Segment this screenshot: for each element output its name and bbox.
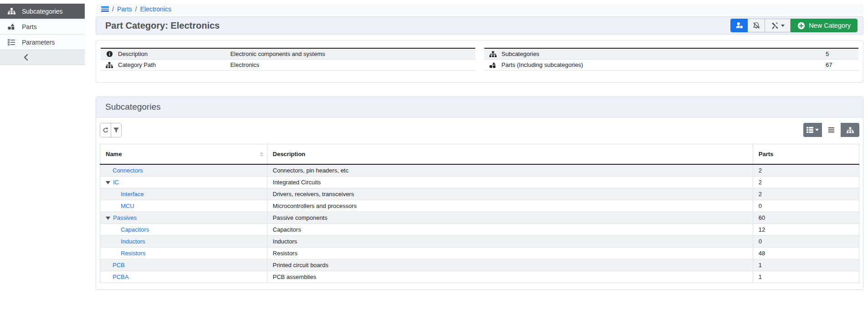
category-description: Resistors	[267, 248, 753, 259]
page-title: Part Category: Electronics	[105, 20, 220, 31]
breadcrumb-link-parts[interactable]: Parts	[117, 5, 132, 13]
chevron-down-icon	[815, 129, 819, 131]
category-link[interactable]: MCU	[121, 203, 134, 209]
info-row-parts-count: Parts (Including subcategories) 67	[484, 60, 859, 71]
sitemap-icon	[484, 51, 502, 57]
column-header-label: Parts	[759, 151, 774, 157]
column-header-label: Description	[273, 151, 306, 157]
table-view-button[interactable]	[803, 123, 822, 137]
sidebar-item-label: Parts	[22, 23, 37, 30]
list-icon	[828, 127, 835, 133]
info-label: Description	[118, 51, 230, 57]
tools-dropdown-button[interactable]	[765, 19, 791, 32]
chevron-down-icon	[781, 25, 785, 27]
category-link[interactable]: PCBA	[113, 273, 128, 280]
parts-count: 1	[753, 259, 859, 271]
category-link[interactable]: Interface	[121, 191, 144, 198]
sidebar-collapse-button[interactable]	[0, 50, 85, 65]
collapse-expander-icon[interactable]	[106, 181, 110, 184]
user-permissions-button[interactable]	[730, 19, 748, 32]
category-link[interactable]: Inductors	[121, 238, 145, 245]
info-row-description: Description Electronic components and sy…	[101, 49, 475, 60]
hamburger-icon[interactable]	[101, 6, 109, 12]
plus-circle-icon	[797, 22, 805, 30]
parts-count: 2	[753, 188, 859, 200]
column-header-description[interactable]: Description	[267, 144, 753, 165]
column-header-parts[interactable]: Parts	[753, 144, 859, 165]
sitemap-icon	[7, 8, 16, 15]
info-row-category-path: Category Path Electronics	[101, 60, 475, 71]
sitemap-icon	[101, 62, 118, 68]
table-row: Passives Passive components 60	[100, 212, 859, 224]
toolbar-left-group	[100, 123, 122, 137]
category-description: Capacitors	[267, 224, 753, 236]
panel-title: Subcategories	[105, 102, 160, 111]
subcategories-panel-body: Name Description Parts	[96, 117, 863, 289]
parts-count: 0	[753, 236, 859, 248]
shapes-icon	[484, 62, 502, 68]
tree-view-button[interactable]	[841, 123, 859, 137]
breadcrumb-link-electronics[interactable]: Electronics	[140, 5, 171, 13]
filter-icon	[113, 127, 119, 133]
info-label: Subcategories	[502, 51, 826, 57]
sidebar-item-label: Parameters	[22, 39, 55, 46]
table-row: Interface Drivers, receivers, transceive…	[100, 188, 859, 200]
category-link[interactable]: PCB	[113, 262, 125, 268]
category-link[interactable]: Resistors	[121, 250, 145, 257]
category-description: Printed circuit boards	[267, 259, 753, 271]
category-link[interactable]: IC	[113, 179, 119, 186]
table-header-row: Name Description Parts	[100, 144, 859, 165]
sidebar-item-subcategories[interactable]: Subcategories	[0, 4, 85, 19]
category-link[interactable]: Connectors	[113, 167, 143, 174]
category-link[interactable]: Capacitors	[121, 226, 149, 233]
sidebar: Subcategories Parts Parameters	[0, 0, 85, 290]
table-row: Capacitors Capacitors 12	[100, 224, 859, 236]
sidebar-item-label: Subcategories	[22, 8, 63, 15]
sort-icon[interactable]	[260, 152, 263, 157]
table-row: IC Integrated Circuits 2	[100, 177, 859, 188]
category-description: Microcontrollers and processors	[267, 200, 753, 212]
table-row: MCU Microcontrollers and processors 0	[100, 200, 859, 212]
table-row: Connectors Connectors, pin headers, etc …	[100, 164, 859, 177]
info-value: Electronics	[230, 61, 475, 68]
category-description: Inductors	[267, 236, 753, 248]
user-shield-icon	[735, 22, 743, 29]
list-view-button[interactable]	[822, 123, 841, 137]
collapse-expander-icon[interactable]	[106, 217, 110, 220]
sidebar-item-parts[interactable]: Parts	[0, 19, 85, 35]
bell-slash-icon	[753, 22, 760, 29]
new-category-label: New Category	[809, 22, 851, 29]
info-label: Parts (Including subcategories)	[502, 61, 826, 68]
column-header-name[interactable]: Name	[100, 144, 267, 165]
list-tasks-icon	[7, 39, 16, 46]
new-category-button[interactable]: New Category	[791, 19, 858, 32]
parts-count: 0	[753, 200, 859, 212]
column-header-label: Name	[106, 151, 122, 157]
category-link[interactable]: Passives	[113, 214, 137, 221]
chevron-left-icon	[23, 54, 29, 61]
info-value: 5	[826, 51, 858, 57]
subcategories-panel-header: Subcategories	[96, 97, 863, 117]
category-description: PCB assemblies	[267, 271, 753, 283]
hide-button[interactable]	[748, 19, 765, 32]
category-description: Passive components	[267, 212, 753, 224]
category-description: Connectors, pin headers, etc	[267, 164, 753, 177]
category-details-table: Description Electronic components and sy…	[101, 48, 475, 71]
sidebar-item-parameters[interactable]: Parameters	[0, 35, 85, 50]
filter-button[interactable]	[111, 123, 121, 137]
parts-count: 48	[753, 248, 859, 259]
table-toolbar	[100, 123, 859, 137]
subcategories-table: Name Description Parts	[100, 144, 859, 283]
table-icon	[806, 127, 813, 133]
info-row-subcategories: Subcategories 5	[484, 49, 859, 60]
breadcrumb: / Parts / Electronics	[96, 4, 863, 15]
refresh-icon	[102, 127, 109, 134]
table-row: Inductors Inductors 0	[100, 236, 859, 248]
parts-count: 2	[753, 177, 859, 188]
parts-count: 2	[753, 164, 859, 177]
parts-count: 12	[753, 224, 859, 236]
parts-count: 1	[753, 271, 859, 283]
refresh-button[interactable]	[100, 123, 111, 137]
tools-icon	[771, 22, 778, 29]
category-info-panel: Description Electronic components and sy…	[96, 40, 863, 83]
